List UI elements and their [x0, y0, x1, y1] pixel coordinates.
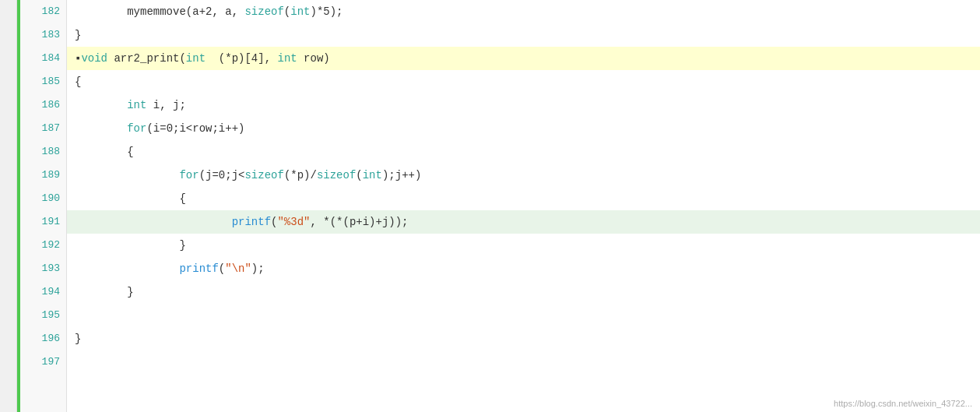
line-numbers: 1821831841851861871881891901911921931941… — [20, 0, 67, 412]
code-editor: 1821831841851861871881891901911921931941… — [0, 0, 980, 412]
code-line: int i, j; — [67, 93, 980, 117]
code-line: ▪void arr2_print(int (*p)[4], int row) — [67, 47, 980, 70]
code-token: (i=0;i<row;i++) — [146, 117, 244, 140]
code-line: } — [67, 327, 980, 350]
code-line: for(i=0;i<row;i++) — [67, 117, 980, 140]
code-line — [67, 304, 980, 327]
code-token: (*p)/ — [284, 164, 317, 187]
line-number: 184 — [20, 47, 66, 70]
code-token: int — [277, 47, 297, 70]
code-line: { — [67, 70, 980, 93]
code-token: for — [127, 117, 146, 140]
code-token: "\n" — [225, 257, 251, 280]
code-token: ( — [284, 0, 290, 23]
code-token: , *(*(p+i)+j)); — [310, 210, 408, 234]
code-line: } — [67, 23, 980, 47]
code-token: sizeof — [244, 0, 283, 23]
code-token: } — [75, 280, 134, 304]
code-token: int — [290, 0, 310, 23]
code-line — [67, 350, 980, 374]
left-indicator — [17, 0, 20, 412]
indicator-green — [17, 0, 20, 412]
line-number: 195 — [20, 304, 66, 327]
code-token — [75, 117, 127, 140]
code-line: { — [67, 140, 980, 164]
line-number: 197 — [20, 350, 66, 374]
code-token: int — [186, 47, 205, 70]
code-line: } — [67, 234, 980, 257]
code-token: printf — [232, 210, 271, 234]
code-token: { — [75, 70, 81, 93]
code-content[interactable]: mymemmove(a+2, a, sizeof(int)*5);}▪void … — [67, 0, 980, 412]
code-line: for(j=0;j<sizeof(*p)/sizeof(int);j++) — [67, 164, 980, 187]
code-line: { — [67, 187, 980, 210]
line-number: 189 — [20, 164, 66, 187]
code-token: printf — [179, 257, 218, 280]
code-token: for — [179, 164, 198, 187]
line-number: 188 — [20, 140, 66, 164]
code-token: ▪ — [75, 47, 81, 70]
line-number: 182 — [20, 0, 66, 23]
left-gutter — [0, 0, 17, 412]
code-token: { — [75, 187, 186, 210]
line-number: 193 — [20, 257, 66, 280]
code-line: printf("\n"); — [67, 257, 980, 280]
code-token: (*p)[4], — [205, 47, 277, 70]
code-token: )*5); — [310, 0, 342, 23]
code-token: ( — [356, 164, 362, 187]
code-line: mymemmove(a+2, a, sizeof(int)*5); — [67, 0, 980, 23]
code-token: { — [75, 140, 134, 164]
code-token: int — [127, 93, 146, 117]
line-number: 186 — [20, 93, 66, 117]
watermark: https://blog.csdn.net/weixin_43722... — [834, 399, 972, 408]
code-token: sizeof — [244, 164, 283, 187]
code-token — [75, 257, 179, 280]
code-token — [75, 210, 232, 234]
line-number: 183 — [20, 23, 66, 47]
line-number: 190 — [20, 187, 66, 210]
code-token: } — [75, 23, 81, 47]
line-number: 192 — [20, 234, 66, 257]
code-token: (j=0;j< — [199, 164, 245, 187]
line-number: 185 — [20, 70, 66, 93]
code-token: );j++) — [382, 164, 421, 187]
code-token: } — [75, 234, 186, 257]
code-token: sizeof — [317, 164, 356, 187]
code-token: void — [81, 47, 107, 70]
code-token: int — [363, 164, 382, 187]
code-line: printf("%3d", *(*(p+i)+j)); — [67, 210, 980, 234]
code-token: row) — [297, 47, 330, 70]
code-token: ); — [251, 257, 265, 280]
code-token: "%3d" — [277, 210, 310, 234]
line-number: 191 — [20, 210, 66, 234]
code-token: } — [75, 327, 81, 350]
line-number: 196 — [20, 327, 66, 350]
code-token: ( — [219, 257, 225, 280]
code-line: } — [67, 280, 980, 304]
code-token: ( — [271, 210, 277, 234]
line-number: 187 — [20, 117, 66, 140]
code-token: i, j; — [146, 93, 185, 117]
line-number: 194 — [20, 280, 66, 304]
code-token — [75, 164, 179, 187]
code-token: mymemmove(a+2, a, — [75, 0, 244, 23]
code-token: arr2_print( — [107, 47, 186, 70]
code-token — [75, 93, 127, 117]
